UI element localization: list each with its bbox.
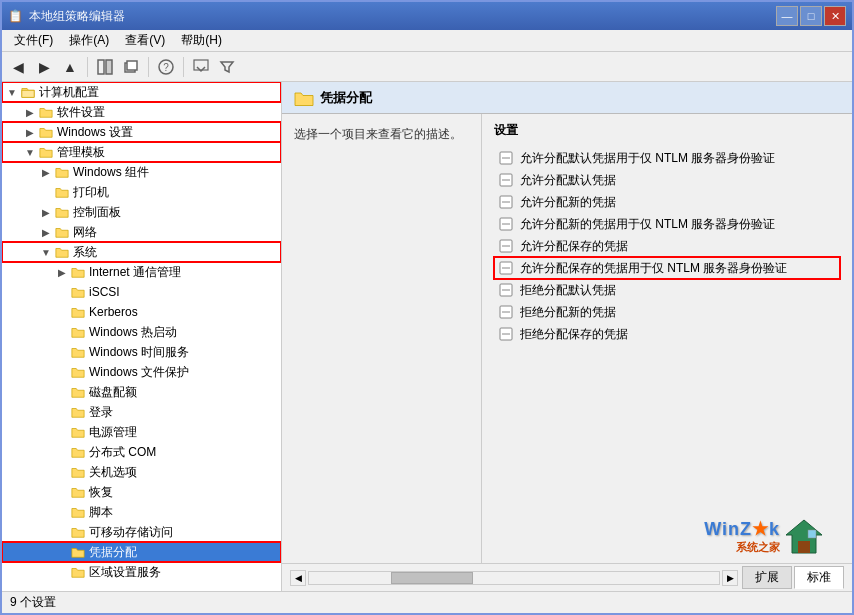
maximize-button[interactable]: □ [800, 6, 822, 26]
menu-view[interactable]: 查看(V) [117, 30, 173, 51]
svg-marker-7 [221, 62, 233, 72]
menu-action[interactable]: 操作(A) [61, 30, 117, 51]
settings-item-0[interactable]: 允许分配默认凭据用于仅 NTLM 服务器身份验证 [494, 147, 840, 169]
settings-item-8[interactable]: 拒绝分配保存的凭据 [494, 323, 840, 345]
folder-icon-computer [20, 84, 36, 100]
menu-file[interactable]: 文件(F) [6, 30, 61, 51]
settings-item-3[interactable]: 允许分配新的凭据用于仅 NTLM 服务器身份验证 [494, 213, 840, 235]
folder-icon-login [70, 404, 86, 420]
settings-item-2[interactable]: 允许分配新的凭据 [494, 191, 840, 213]
svg-rect-8 [22, 90, 34, 97]
tree-item-windows-settings[interactable]: ▶ Windows 设置 [2, 122, 281, 142]
toolbar-separator-3 [183, 57, 184, 77]
tree-item-power[interactable]: ▶ 电源管理 [2, 422, 281, 442]
main-content: ▼ 计算机配置 ▶ 软件设置 ▶ Windows 设置 [2, 82, 852, 591]
tree-item-disk[interactable]: ▶ 磁盘配额 [2, 382, 281, 402]
tree-label-disk: 磁盘配额 [89, 384, 137, 401]
tree-item-win-time[interactable]: ▶ Windows 时间服务 [2, 342, 281, 362]
close-button[interactable]: ✕ [824, 6, 846, 26]
tree-item-network[interactable]: ▶ 网络 [2, 222, 281, 242]
folder-icon-admin [38, 144, 54, 160]
folder-icon-wintime [70, 344, 86, 360]
window-title: 本地组策略编辑器 [29, 8, 125, 25]
tree-item-shutdown[interactable]: ▶ 关机选项 [2, 462, 281, 482]
new-window-button[interactable] [119, 55, 143, 79]
settings-item-icon-2 [498, 194, 514, 210]
tree-label-network: 网络 [73, 224, 97, 241]
tree-item-system[interactable]: ▼ 系统 [2, 242, 281, 262]
settings-item-4[interactable]: 允许分配保存的凭据 [494, 235, 840, 257]
right-bottom-tabs: ◀ ▶ 扩展 标准 [282, 563, 852, 591]
tree-label-script: 脚本 [89, 504, 113, 521]
menu-bar: 文件(F) 操作(A) 查看(V) 帮助(H) [2, 30, 852, 52]
tree-item-internet-comm[interactable]: ▶ Internet 通信管理 [2, 262, 281, 282]
settings-item-7[interactable]: 拒绝分配新的凭据 [494, 301, 840, 323]
tree-item-control-panel[interactable]: ▶ 控制面板 [2, 202, 281, 222]
tree-item-computer[interactable]: ▼ 计算机配置 [2, 82, 281, 102]
tree-label-inet: Internet 通信管理 [89, 264, 181, 281]
forward-button[interactable]: ▶ [32, 55, 56, 79]
tab-standard[interactable]: 标准 [794, 566, 844, 589]
tree-panel[interactable]: ▼ 计算机配置 ▶ 软件设置 ▶ Windows 设置 [2, 82, 282, 591]
tree-item-printer[interactable]: ▶ 打印机 [2, 182, 281, 202]
svg-rect-3 [127, 61, 137, 70]
tree-label-winboot: Windows 热启动 [89, 324, 177, 341]
svg-rect-1 [106, 60, 112, 74]
title-bar: 📋 本地组策略编辑器 — □ ✕ [2, 2, 852, 30]
show-hide-button[interactable] [93, 55, 117, 79]
back-button[interactable]: ◀ [6, 55, 30, 79]
folder-icon-ctrl [54, 204, 70, 220]
settings-item-5[interactable]: 允许分配保存的凭据用于仅 NTLM 服务器身份验证 [494, 257, 840, 279]
folder-icon-iscsi [70, 284, 86, 300]
folder-icon-kerberos [70, 304, 86, 320]
tree-item-removable[interactable]: ▶ 可移动存储访问 [2, 522, 281, 542]
tree-item-kerberos[interactable]: ▶ Kerberos [2, 302, 281, 322]
tree-item-recovery[interactable]: ▶ 恢复 [2, 482, 281, 502]
tree-label-iscsi: iSCSI [89, 285, 120, 299]
folder-icon-disk [70, 384, 86, 400]
tree-item-win-components[interactable]: ▶ Windows 组件 [2, 162, 281, 182]
horizontal-scrollbar[interactable] [308, 571, 720, 585]
tree-item-win-file[interactable]: ▶ Windows 文件保护 [2, 362, 281, 382]
right-panel: 凭据分配 选择一个项目来查看它的描述。 设置 允许分配默认凭据用于仅 N [282, 82, 852, 591]
tree-item-region[interactable]: ▶ 区域设置服务 [2, 562, 281, 582]
toolbar-separator-1 [87, 57, 88, 77]
folder-icon-printer [54, 184, 70, 200]
tree-item-credentials[interactable]: ▶ 凭据分配 [2, 542, 281, 562]
settings-item-icon-6 [498, 282, 514, 298]
tab-extend[interactable]: 扩展 [742, 566, 792, 589]
tree-item-admin-templates[interactable]: ▼ 管理模板 [2, 142, 281, 162]
up-button[interactable]: ▲ [58, 55, 82, 79]
folder-icon-cred [70, 544, 86, 560]
svg-rect-0 [98, 60, 104, 74]
tree-item-login[interactable]: ▶ 登录 [2, 402, 281, 422]
tree-label-computer: 计算机配置 [39, 84, 99, 101]
folder-icon-network [54, 224, 70, 240]
folder-icon-wincomp [54, 164, 70, 180]
tree-label-ctrl: 控制面板 [73, 204, 121, 221]
tree-item-iscsi[interactable]: ▶ iSCSI [2, 282, 281, 302]
help-button[interactable]: ? [154, 55, 178, 79]
tree-item-software[interactable]: ▶ 软件设置 [2, 102, 281, 122]
tab-container: 扩展 标准 [742, 566, 844, 589]
tree-item-win-boot[interactable]: ▶ Windows 热启动 [2, 322, 281, 342]
tree-label-system: 系统 [73, 244, 97, 261]
settings-item-icon-3 [498, 216, 514, 232]
menu-help[interactable]: 帮助(H) [173, 30, 230, 51]
tree-item-script[interactable]: ▶ 脚本 [2, 502, 281, 522]
settings-item-1[interactable]: 允许分配默认凭据 [494, 169, 840, 191]
right-header-folder-icon [294, 88, 314, 108]
export-button[interactable] [189, 55, 213, 79]
tree-item-dist-com[interactable]: ▶ 分布式 COM [2, 442, 281, 462]
status-text: 9 个设置 [10, 594, 56, 611]
expand-icon-admin: ▼ [22, 144, 38, 160]
scroll-left-button[interactable]: ◀ [290, 570, 306, 586]
scroll-right-button[interactable]: ▶ [722, 570, 738, 586]
settings-item-6[interactable]: 拒绝分配默认凭据 [494, 279, 840, 301]
settings-item-icon-1 [498, 172, 514, 188]
minimize-button[interactable]: — [776, 6, 798, 26]
settings-label-7: 拒绝分配新的凭据 [520, 304, 616, 321]
filter-button[interactable] [215, 55, 239, 79]
folder-icon-winboot [70, 324, 86, 340]
folder-icon-script [70, 504, 86, 520]
